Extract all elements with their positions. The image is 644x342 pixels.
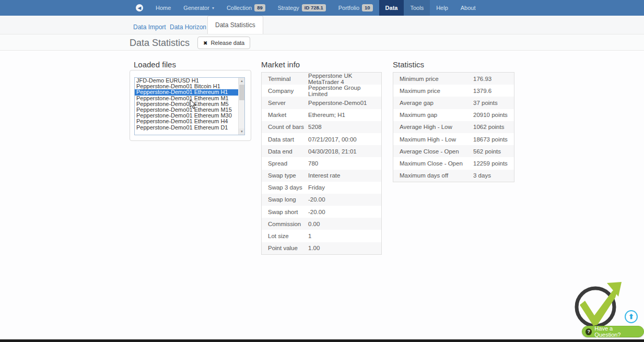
scrollbar-down-arrow-icon[interactable]: ▼ [239, 128, 245, 135]
row-value: 780 [308, 160, 381, 167]
have-a-question-button[interactable]: ? Have a Question? [582, 326, 644, 337]
question-button-label: Have a Question? [594, 325, 638, 338]
row-value: Pepperstone UK MetaTrader 4 [308, 73, 381, 85]
nav-item-help[interactable]: Help [430, 0, 454, 16]
row-value: 1379.6 [473, 88, 514, 94]
market-info-title: Market info [261, 60, 300, 69]
row-value: Pepperstone Group Limited [308, 85, 381, 97]
data-statistics-screen: ◀ Home Generator ▾ Collection 89 Strateg… [0, 0, 644, 342]
page-header-band: Data Statistics ✖ Release data [0, 34, 644, 51]
release-data-button[interactable]: ✖ Release data [197, 37, 250, 49]
table-row: MarketEthereum; H1 [262, 109, 381, 121]
row-value: 04/30/2018, 21:01 [308, 148, 381, 155]
row-label: Point value [262, 245, 308, 251]
row-value: 12259 points [473, 160, 514, 167]
nav-item-portfolio[interactable]: Portfolio 10 [332, 0, 379, 16]
row-value: 0.00 [308, 221, 381, 227]
nav-help-label: Help [436, 5, 448, 11]
close-x-icon: ✖ [203, 40, 207, 46]
table-row: ServerPepperstone-Demo01 [262, 97, 381, 109]
table-row: Lot size1 [262, 230, 381, 242]
row-label: Swap long [262, 196, 308, 203]
row-value: -20.00 [308, 209, 381, 215]
row-value: Interest rate [308, 172, 381, 179]
row-label: Swap 3 days [262, 184, 308, 191]
listbox-scrollbar[interactable]: ▲ ▼ [238, 78, 244, 135]
scrollbar-thumb[interactable] [239, 85, 244, 100]
row-label: Swap type [262, 172, 308, 179]
table-row: CompanyPepperstone Group Limited [262, 85, 381, 97]
row-label: Lot size [262, 233, 308, 239]
row-value: 37 points [473, 100, 514, 106]
row-label: Maximum price [393, 88, 473, 94]
row-value: 07/21/2017, 00:00 [308, 136, 381, 143]
loaded-files-title: Loaded files [134, 60, 176, 69]
nav-item-strategy[interactable]: Strategy ID 728.1 [272, 0, 332, 16]
nav-item-generator[interactable]: Generator ▾ [177, 0, 220, 16]
nav-home-label: Home [156, 5, 171, 11]
row-label: Terminal [262, 76, 308, 82]
row-label: Commission [262, 221, 308, 227]
release-data-label: Release data [210, 40, 244, 46]
row-label: Server [262, 100, 308, 106]
row-value: 18673 points [473, 136, 514, 143]
back-arrow-icon: ◀ [136, 4, 143, 11]
nav-about-label: About [461, 5, 476, 11]
scroll-to-top-button[interactable]: ⬆ [625, 310, 638, 323]
scrollbar-up-arrow-icon[interactable]: ▲ [239, 78, 245, 84]
table-row: Maximum days off3 days [393, 170, 514, 182]
table-row: Maximum gap20910 points [393, 109, 514, 121]
row-label: Market [262, 112, 308, 118]
nav-data-label: Data [385, 5, 398, 11]
nav-item-home[interactable]: Home [149, 0, 177, 16]
row-label: Maximum gap [393, 112, 473, 118]
row-value: Ethereum; H1 [308, 112, 381, 118]
row-label: Data start [262, 136, 308, 143]
nav-back-button[interactable]: ◀ [130, 0, 149, 16]
row-label: Data end [262, 148, 308, 155]
row-value: 176.93 [473, 76, 514, 82]
row-label: Maximum Close - Open [393, 160, 473, 167]
tab-data-statistics[interactable]: Data Statistics [207, 16, 263, 34]
tab-data-horizon[interactable]: Data Horizon [162, 20, 214, 34]
bottom-video-bar [0, 339, 644, 342]
row-value: Friday [308, 184, 381, 191]
strategy-id-badge: ID 728.1 [302, 4, 326, 11]
table-row: Average Close - Open562 points [393, 145, 514, 157]
file-list-item-selected[interactable]: Pepperstone-Demo01 Ethereum H1 [135, 89, 244, 95]
row-label: Average gap [393, 100, 473, 106]
table-row: Swap typeInterest rate [262, 170, 381, 182]
data-tabstrip: Data Import Data Horizon Data Statistics [0, 16, 644, 34]
row-label: Maximum High - Low [393, 136, 473, 143]
nav-item-about[interactable]: About [454, 0, 482, 16]
row-value: 20910 points [473, 112, 514, 118]
nav-collection-label: Collection [227, 5, 252, 11]
table-row: Data end04/30/2018, 21:01 [262, 145, 381, 157]
nav-item-collection[interactable]: Collection 89 [220, 0, 272, 16]
page-title: Data Statistics [130, 38, 190, 49]
row-value: 1 [308, 233, 381, 239]
row-label: Count of bars [262, 124, 308, 130]
table-row: Maximum Close - Open12259 points [393, 157, 514, 169]
table-row: Maximum price1379.6 [393, 85, 514, 97]
statistics-table: Minimum price176.93 Maximum price1379.6 … [393, 72, 514, 182]
nav-item-tools[interactable]: Tools [404, 0, 430, 16]
row-value: -20.00 [308, 196, 381, 203]
up-arrow-icon: ⬆ [628, 313, 634, 321]
nav-tools-label: Tools [410, 5, 424, 11]
file-list-item[interactable]: Pepperstone-Demo01 Ethereum H4 [135, 119, 244, 124]
table-row: Swap long-20.00 [262, 194, 381, 206]
table-row: Commission0.00 [262, 218, 381, 230]
row-value: Pepperstone-Demo01 [308, 100, 381, 106]
table-row: Spread780 [262, 157, 381, 169]
row-value: 3 days [473, 172, 514, 179]
table-row: Point value1.00 [262, 242, 381, 254]
navbar-spacer [0, 0, 130, 16]
nav-item-data[interactable]: Data [379, 0, 404, 16]
loaded-files-listbox[interactable]: JFD-Demo EURUSD H1 Pepperstone-Demo01 Bi… [134, 77, 245, 135]
table-row: Maximum High - Low18673 points [393, 133, 514, 145]
collection-count-badge: 89 [254, 4, 265, 11]
file-list-item[interactable]: Pepperstone-Demo01 Ethereum D1 [135, 125, 244, 131]
nav-generator-label: Generator [183, 5, 209, 11]
row-label: Company [262, 88, 308, 94]
